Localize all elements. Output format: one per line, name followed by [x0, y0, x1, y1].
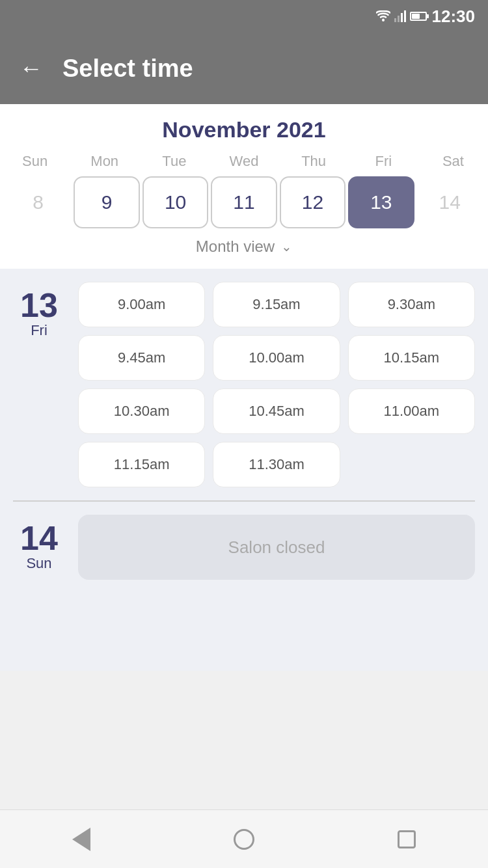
day-block-13: 13 Fri 9.00am 9.15am 9.30am 9.45am 10.00…: [13, 282, 475, 487]
slot-1030am[interactable]: 10.30am: [78, 388, 205, 434]
day-divider: [13, 500, 475, 502]
day-label-13: 13 Fri: [13, 282, 65, 487]
nav-bar: [0, 809, 488, 868]
weekday-sat: Sat: [418, 153, 488, 170]
time-slots-section: 13 Fri 9.00am 9.15am 9.30am 9.45am 10.00…: [0, 269, 488, 671]
chevron-down-icon: ⌄: [281, 239, 292, 254]
app-header: ← Select time: [0, 33, 488, 104]
date-10[interactable]: 10: [142, 176, 208, 228]
date-8[interactable]: 8: [5, 176, 71, 228]
recents-nav-icon: [398, 830, 416, 848]
page-title: Select time: [62, 55, 193, 83]
signal-icon: [394, 10, 406, 22]
slot-945am[interactable]: 9.45am: [78, 335, 205, 381]
month-title: November 2021: [0, 117, 488, 142]
dates-row: 8 9 10 11 12 13 14: [0, 176, 488, 228]
slot-930am[interactable]: 9.30am: [348, 282, 475, 327]
nav-recents-button[interactable]: [387, 820, 426, 859]
slot-1100am[interactable]: 11.00am: [348, 388, 475, 434]
weekday-sun: Sun: [0, 153, 70, 170]
nav-back-button[interactable]: [62, 820, 101, 859]
salon-closed-message: Salon closed: [78, 515, 475, 580]
weekday-mon: Mon: [70, 153, 139, 170]
day-name-14: Sun: [26, 555, 51, 572]
calendar-section: November 2021 Sun Mon Tue Wed Thu Fri Sa…: [0, 104, 488, 269]
home-nav-icon: [234, 829, 254, 850]
slot-1045am[interactable]: 10.45am: [213, 388, 340, 434]
date-11[interactable]: 11: [211, 176, 277, 228]
slot-1130am[interactable]: 11.30am: [213, 442, 340, 487]
status-bar: 12:30: [0, 0, 488, 33]
slot-1115am[interactable]: 11.15am: [78, 442, 205, 487]
slot-900am[interactable]: 9.00am: [78, 282, 205, 327]
weekday-row: Sun Mon Tue Wed Thu Fri Sat: [0, 153, 488, 170]
nav-home-button[interactable]: [224, 820, 264, 859]
date-13[interactable]: 13: [348, 176, 414, 228]
slot-1015am[interactable]: 10.15am: [348, 335, 475, 381]
status-icons: [376, 10, 427, 22]
date-12[interactable]: 12: [280, 176, 346, 228]
day-number-13: 13: [20, 288, 58, 322]
day-block-14: 14 Sun Salon closed: [13, 515, 475, 580]
back-nav-icon: [72, 828, 90, 851]
wifi-icon: [376, 10, 390, 22]
month-view-label: Month view: [196, 237, 275, 256]
date-9[interactable]: 9: [74, 176, 139, 228]
weekday-thu: Thu: [279, 153, 349, 170]
battery-icon: [410, 12, 427, 21]
day-number-14: 14: [20, 521, 58, 555]
day-label-14: 14 Sun: [13, 515, 65, 580]
weekday-tue: Tue: [139, 153, 209, 170]
back-button[interactable]: ←: [20, 57, 43, 80]
slot-1000am[interactable]: 10.00am: [213, 335, 340, 381]
weekday-wed: Wed: [209, 153, 278, 170]
status-time: 12:30: [432, 7, 476, 27]
date-14[interactable]: 14: [417, 176, 483, 228]
slots-grid-13: 9.00am 9.15am 9.30am 9.45am 10.00am 10.1…: [78, 282, 475, 487]
day-name-13: Fri: [31, 322, 47, 339]
slot-915am[interactable]: 9.15am: [213, 282, 340, 327]
weekday-fri: Fri: [349, 153, 418, 170]
month-view-toggle[interactable]: Month view ⌄: [0, 228, 488, 262]
svg-point-0: [382, 19, 385, 21]
